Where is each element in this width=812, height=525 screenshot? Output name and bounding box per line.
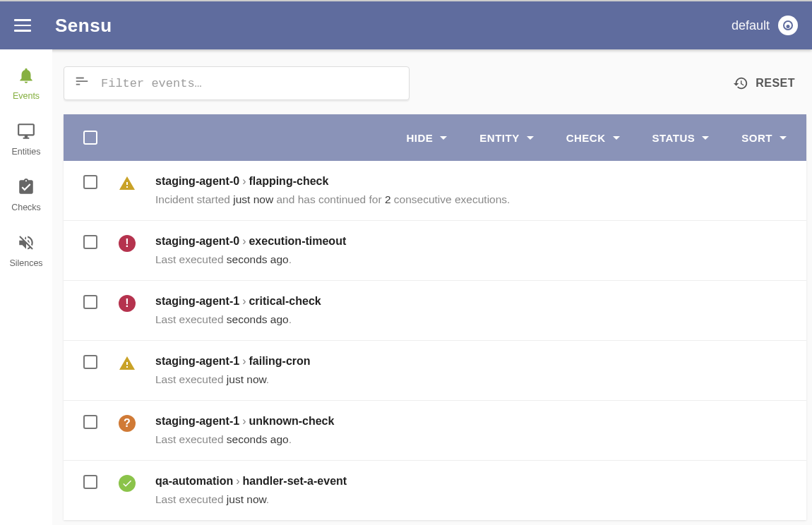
column-check[interactable]: CHECK [566,132,620,144]
sidebar-item-label: Silences [9,258,42,268]
restore-icon [733,76,748,91]
critical-circle-icon: ! [119,235,136,252]
entity-name: qa-automation [155,475,233,487]
chevron-down-icon [780,136,787,140]
toolbar: RESET [64,66,806,100]
warning-triangle-icon [119,175,136,192]
clipboard-check-icon [17,178,35,198]
sidebar: Events Entities Checks Silences [0,49,52,525]
sub-prefix: Last executed [155,313,227,325]
table-header: HIDE ENTITY CHECK STATUS SORT [64,114,806,161]
row-checkbox[interactable] [83,415,97,429]
sub-suffix: . [266,373,269,385]
sub-emph: just now [227,493,266,505]
namespace-label[interactable]: default [732,18,770,33]
search-box[interactable] [64,66,410,100]
row-content: staging-agent-1›critical-checkLast execu… [155,295,787,326]
row-checkbox[interactable] [83,175,97,189]
row-content: staging-agent-0›flapping-checkIncident s… [155,175,787,206]
event-subtitle: Last executed just now. [155,493,787,506]
user-avatar[interactable] [778,16,798,35]
sub-suffix: . [266,493,269,505]
event-title: staging-agent-1›critical-check [155,295,787,308]
row-content: qa-automation›handler-set-a-eventLast ex… [155,475,787,506]
sub-emph: seconds ago [227,253,289,265]
unknown-circle-icon: ? [119,415,136,432]
sidebar-item-events[interactable]: Events [13,66,40,101]
chevron-down-icon [527,136,534,140]
sidebar-item-checks[interactable]: Checks [11,178,41,212]
desktop-icon [17,122,35,143]
brand-logo: Sensu [55,15,112,37]
event-subtitle: Last executed just now. [155,373,787,386]
sidebar-item-entities[interactable]: Entities [12,122,41,157]
row-checkbox[interactable] [83,295,97,309]
event-title: staging-agent-1›failing-cron [155,355,787,368]
row-checkbox[interactable] [83,355,97,369]
table-row[interactable]: staging-agent-0›flapping-checkIncident s… [64,161,806,221]
check-name: execution-timeout [249,235,346,247]
row-checkbox[interactable] [83,235,97,249]
table-row[interactable]: !staging-agent-0›execution-timeoutLast e… [64,221,806,281]
sidebar-item-label: Entities [12,147,41,157]
sub-emph: seconds ago [227,433,289,445]
reset-button[interactable]: RESET [730,70,798,97]
sub-emph: seconds ago [227,313,289,325]
sub-prefix: Incident started [155,193,233,205]
column-label: ENTITY [479,132,519,144]
warning-triangle-icon [119,355,136,372]
row-checkbox[interactable] [83,475,97,489]
app-header: Sensu default [0,1,812,49]
table-row[interactable]: ?staging-agent-1›unknown-checkLast execu… [64,401,806,461]
menu-icon[interactable] [14,17,31,34]
sub-prefix: Last executed [155,373,227,385]
sub-suffix: consecutive executions. [391,193,511,205]
event-title: staging-agent-0›flapping-check [155,175,787,188]
check-name: critical-check [249,295,321,307]
ok-check-circle-icon [119,475,136,492]
chevron-down-icon [613,136,620,140]
sub-prefix: Last executed [155,493,227,505]
column-hide[interactable]: HIDE [407,132,448,144]
sub-prefix: Last executed [155,253,227,265]
sub-emph2: 2 [385,193,391,205]
events-table: HIDE ENTITY CHECK STATUS SORT staging-ag… [64,114,806,520]
entity-name: staging-agent-0 [155,235,239,247]
event-subtitle: Last executed seconds ago. [155,253,787,266]
chevron-down-icon [440,136,447,140]
column-status[interactable]: STATUS [652,132,710,144]
search-input[interactable] [101,77,399,90]
sub-mid: and has continued for [273,193,385,205]
bell-icon [17,66,35,87]
row-content: staging-agent-0›execution-timeoutLast ex… [155,235,787,266]
select-all-checkbox[interactable] [83,131,97,145]
check-name: unknown-check [249,415,334,427]
column-label: CHECK [566,132,606,144]
check-name: handler-set-a-event [243,475,347,487]
sub-prefix: Last executed [155,433,227,445]
event-subtitle: Incident started just now and has contin… [155,193,787,206]
column-entity[interactable]: ENTITY [479,132,533,144]
sub-suffix: . [289,253,292,265]
sidebar-item-silences[interactable]: Silences [9,234,42,268]
table-row[interactable]: qa-automation›handler-set-a-eventLast ex… [64,461,806,520]
sidebar-item-label: Checks [11,203,41,212]
row-content: staging-agent-1›failing-cronLast execute… [155,355,787,386]
filter-icon [74,74,90,92]
main-content: RESET HIDE ENTITY CHECK STATUS SORT stag… [52,49,812,525]
column-label: SORT [741,132,772,144]
sub-emph: just now [233,193,273,205]
table-row[interactable]: staging-agent-1›failing-cronLast execute… [64,341,806,401]
column-label: STATUS [652,132,695,144]
table-row[interactable]: !staging-agent-1›critical-checkLast exec… [64,281,806,341]
column-label: HIDE [407,132,434,144]
column-sort[interactable]: SORT [741,132,787,144]
check-name: flapping-check [249,175,328,187]
sub-suffix: . [289,433,292,445]
event-subtitle: Last executed seconds ago. [155,433,787,446]
reset-label: RESET [756,77,795,90]
row-content: staging-agent-1›unknown-checkLast execut… [155,415,787,446]
sub-emph: just now [227,373,266,385]
event-title: staging-agent-0›execution-timeout [155,235,787,248]
volume-off-icon [17,234,35,254]
